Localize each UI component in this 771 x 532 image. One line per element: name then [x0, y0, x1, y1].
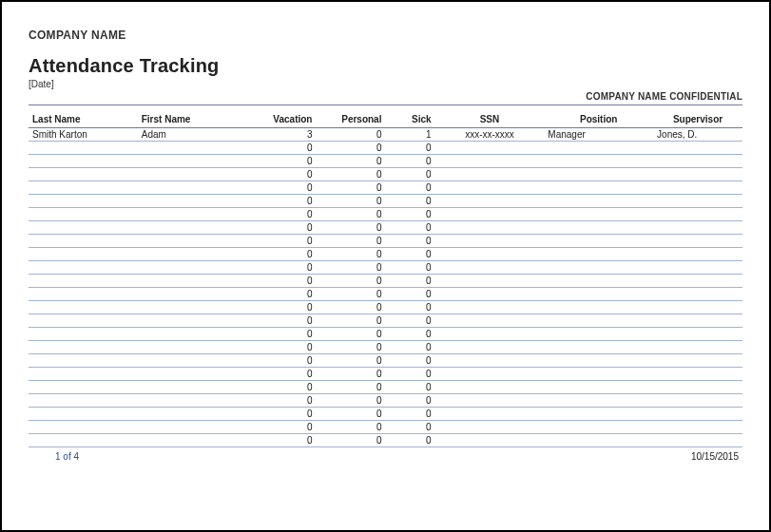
cell-supervisor	[653, 328, 742, 341]
cell-first-name	[138, 208, 247, 221]
cell-sick: 0	[385, 301, 434, 314]
cell-vacation: 0	[246, 381, 316, 394]
col-header-lastname: Last Name	[29, 111, 138, 128]
cell-first-name	[138, 341, 247, 354]
page-number: 1 of 4	[55, 451, 79, 462]
cell-position: Manager	[544, 128, 653, 142]
cell-ssn	[435, 288, 545, 301]
cell-first-name: Adam	[138, 128, 247, 142]
cell-supervisor	[653, 354, 742, 368]
cell-first-name	[138, 354, 247, 368]
table-row: 000	[29, 181, 742, 195]
cell-supervisor	[653, 261, 742, 275]
company-name-label: COMPANY NAME	[29, 28, 742, 42]
cell-vacation: 0	[246, 275, 316, 288]
cell-sick: 0	[385, 195, 434, 208]
cell-ssn	[435, 221, 545, 235]
table-row: 000	[29, 142, 742, 155]
cell-vacation: 0	[246, 248, 316, 261]
cell-personal: 0	[316, 221, 385, 235]
cell-first-name	[138, 368, 247, 381]
cell-last-name	[29, 208, 138, 221]
cell-personal: 0	[316, 288, 385, 301]
col-header-sick: Sick	[385, 111, 434, 128]
cell-vacation: 0	[246, 421, 316, 434]
cell-sick: 0	[385, 314, 434, 328]
cell-personal: 0	[316, 181, 385, 195]
cell-personal: 0	[316, 142, 385, 155]
cell-vacation: 0	[246, 155, 316, 168]
cell-last-name	[29, 341, 138, 354]
cell-position	[544, 155, 653, 168]
cell-sick: 0	[385, 394, 434, 408]
cell-position	[544, 328, 653, 341]
table-row: 000	[29, 301, 742, 314]
cell-first-name	[138, 168, 247, 181]
table-row: 000	[29, 168, 742, 181]
cell-position	[544, 354, 653, 368]
cell-position	[544, 434, 653, 447]
cell-supervisor	[653, 168, 742, 181]
cell-position	[544, 301, 653, 314]
cell-sick: 0	[385, 155, 434, 168]
col-header-supervisor: Supervisor	[653, 111, 742, 128]
date-placeholder: [Date]	[29, 79, 742, 89]
cell-ssn	[435, 301, 545, 314]
cell-ssn	[435, 394, 545, 408]
cell-position	[544, 221, 653, 235]
cell-personal: 0	[316, 354, 385, 368]
cell-ssn	[435, 328, 545, 341]
cell-last-name	[29, 261, 138, 275]
cell-position	[544, 394, 653, 408]
cell-first-name	[138, 261, 247, 275]
col-header-vacation: Vacation	[246, 111, 316, 128]
cell-position	[544, 181, 653, 195]
cell-first-name	[138, 408, 247, 421]
cell-ssn	[435, 341, 545, 354]
cell-vacation: 0	[246, 368, 316, 381]
cell-sick: 0	[385, 408, 434, 421]
cell-sick: 0	[385, 421, 434, 434]
table-row: 000	[29, 394, 742, 408]
cell-last-name	[29, 314, 138, 328]
cell-last-name	[29, 434, 138, 447]
cell-personal: 0	[316, 368, 385, 381]
cell-supervisor	[653, 248, 742, 261]
cell-sick: 1	[385, 128, 434, 142]
cell-personal: 0	[316, 314, 385, 328]
cell-vacation: 0	[246, 261, 316, 275]
cell-sick: 0	[385, 328, 434, 341]
cell-personal: 0	[316, 394, 385, 408]
cell-position	[544, 208, 653, 221]
cell-last-name	[29, 381, 138, 394]
cell-last-name	[29, 142, 138, 155]
cell-ssn	[435, 275, 545, 288]
cell-sick: 0	[385, 275, 434, 288]
cell-ssn	[435, 142, 545, 155]
cell-last-name	[29, 248, 138, 261]
cell-personal: 0	[316, 155, 385, 168]
cell-position	[544, 288, 653, 301]
cell-vacation: 0	[246, 168, 316, 181]
table-row: 000	[29, 434, 742, 447]
cell-position	[544, 142, 653, 155]
cell-first-name	[138, 155, 247, 168]
cell-supervisor	[653, 368, 742, 381]
cell-position	[544, 314, 653, 328]
cell-vacation: 0	[246, 314, 316, 328]
cell-personal: 0	[316, 128, 385, 142]
cell-personal: 0	[316, 261, 385, 275]
print-date: 10/15/2015	[691, 451, 739, 462]
cell-first-name	[138, 434, 247, 447]
table-row: 000	[29, 275, 742, 288]
table-row: 000	[29, 261, 742, 275]
table-row: 000	[29, 235, 742, 248]
cell-supervisor	[653, 288, 742, 301]
cell-personal: 0	[316, 195, 385, 208]
cell-sick: 0	[385, 381, 434, 394]
table-row: 000	[29, 354, 742, 368]
cell-vacation: 0	[246, 208, 316, 221]
cell-personal: 0	[316, 301, 385, 314]
cell-sick: 0	[385, 341, 434, 354]
cell-first-name	[138, 221, 247, 235]
